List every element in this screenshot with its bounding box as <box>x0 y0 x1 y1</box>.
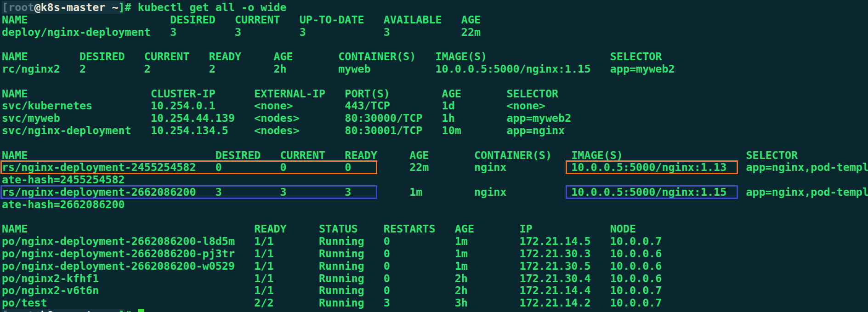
table-row-pods: po/nginx-deployment-2662086200-w0529 1/1… <box>2 260 868 272</box>
output-text: po/nginx-deployment-2662086200-l8d5m 1/1… <box>2 235 662 248</box>
output-text: po/nginx-deployment-2662086200-w0529 1/1… <box>2 260 662 272</box>
output-text: ate-hash=2455254582 <box>2 173 125 186</box>
output-text: po/test 2/2 Running 3 3h 172.21.14.2 10.… <box>2 296 662 309</box>
output-text: svc/kubernetes 10.254.0.1 <none> 443/TCP… <box>2 99 545 112</box>
table-row-pods: po/nginx2-kfhf1 1/1 Running 0 2h 172.21.… <box>2 272 868 285</box>
table-header-pods: NAME READY STATUS RESTARTS AGE IP NODE <box>2 223 868 235</box>
output-text: svc/nginx-deployment 10.254.134.5 <nodes… <box>2 124 565 137</box>
table-header-services: NAME CLUSTER-IP EXTERNAL-IP PORT(S) AGE … <box>2 88 868 100</box>
terminal-screen[interactable]: [root@k8s-master ~]# kubectl get all -o … <box>0 0 868 312</box>
table-row-services: svc/nginx-deployment 10.254.134.5 <nodes… <box>2 125 868 137</box>
output-text: po/nginx2-v6t6n 1/1 Running 0 2h 172.21.… <box>2 284 662 297</box>
output-text: svc/myweb 10.254.44.139 <nodes> 80:30000… <box>2 112 571 125</box>
blank-line <box>2 38 868 51</box>
output-text: ate-hash=2662086200 <box>2 198 125 211</box>
output-text: po/nginx-deployment-2662086200-pj3tr 1/1… <box>2 247 662 260</box>
prompt-symbol: # <box>125 1 138 14</box>
table-header-deployments: NAME DESIRED CURRENT UP-TO-DATE AVAILABL… <box>2 14 868 26</box>
output-text: NAME DESIRED CURRENT READY AGE CONTAINER… <box>2 50 662 63</box>
table-row-services: svc/myweb 10.254.44.139 <nodes> 80:30000… <box>2 112 868 125</box>
table-row-deployments: deploy/nginx-deployment 3 3 3 3 22m <box>2 26 868 39</box>
table-row-replica-sets: rs/nginx-deployment-2455254582 0 0 0 22m… <box>2 161 868 174</box>
output-text: NAME READY STATUS RESTARTS AGE IP NODE <box>2 222 636 235</box>
table-header-replica-sets: NAME DESIRED CURRENT READY AGE CONTAINER… <box>2 149 868 162</box>
table-row-replication-controllers: rc/nginx2 2 2 2 2h myweb 10.0.0.5:5000/n… <box>2 63 868 75</box>
output-text: rs/nginx-deployment-2455254582 0 0 0 22m… <box>2 161 868 174</box>
cursor <box>138 309 144 312</box>
table-row-pods: po/nginx2-v6t6n 1/1 Running 0 2h 172.21.… <box>2 284 868 297</box>
table-row-replica-sets: ate-hash=2662086200 <box>2 199 868 211</box>
table-row-replica-sets: ate-hash=2455254582 <box>2 174 868 186</box>
table-row-pods: po/nginx-deployment-2662086200-l8d5m 1/1… <box>2 235 868 248</box>
table-row-services: svc/kubernetes 10.254.0.1 <none> 443/TCP… <box>2 100 868 112</box>
output-text: NAME CLUSTER-IP EXTERNAL-IP PORT(S) AGE … <box>2 87 558 100</box>
prompt-line-partial: [root@k8s-master ~]# <box>2 309 868 312</box>
output-text: NAME DESIRED CURRENT READY AGE CONTAINER… <box>2 149 798 162</box>
prompt-close-bracket: ] <box>119 309 125 312</box>
command-text: kubectl get all -o wide <box>138 1 287 14</box>
table-row-replica-sets: rs/nginx-deployment-2662086200 3 3 3 1m … <box>2 186 868 199</box>
blank-line <box>2 75 868 88</box>
output-text: deploy/nginx-deployment 3 3 3 3 22m <box>2 26 481 39</box>
table-row-pods: po/nginx-deployment-2662086200-pj3tr 1/1… <box>2 248 868 260</box>
prompt-close-bracket: ] <box>119 1 125 14</box>
blank-line <box>2 137 868 149</box>
blank-line <box>2 211 868 223</box>
prompt-host: @k8s-master ~ <box>34 1 118 14</box>
prompt-user: [root <box>2 1 34 14</box>
output-text: po/nginx2-kfhf1 1/1 Running 0 2h 172.21.… <box>2 272 662 285</box>
output-text: rs/nginx-deployment-2662086200 3 3 3 1m … <box>2 186 868 199</box>
prompt-line: [root@k8s-master ~]# kubectl get all -o … <box>2 1 868 14</box>
prompt-host: @k8s-master ~ <box>34 309 118 312</box>
output-text: NAME DESIRED CURRENT UP-TO-DATE AVAILABL… <box>2 13 481 26</box>
output-text: rc/nginx2 2 2 2 2h myweb 10.0.0.5:5000/n… <box>2 62 675 75</box>
prompt-symbol: # <box>125 309 138 312</box>
table-header-replication-controllers: NAME DESIRED CURRENT READY AGE CONTAINER… <box>2 51 868 63</box>
table-row-pods: po/test 2/2 Running 3 3h 172.21.14.2 10.… <box>2 297 868 309</box>
prompt-user: [root <box>2 309 34 312</box>
